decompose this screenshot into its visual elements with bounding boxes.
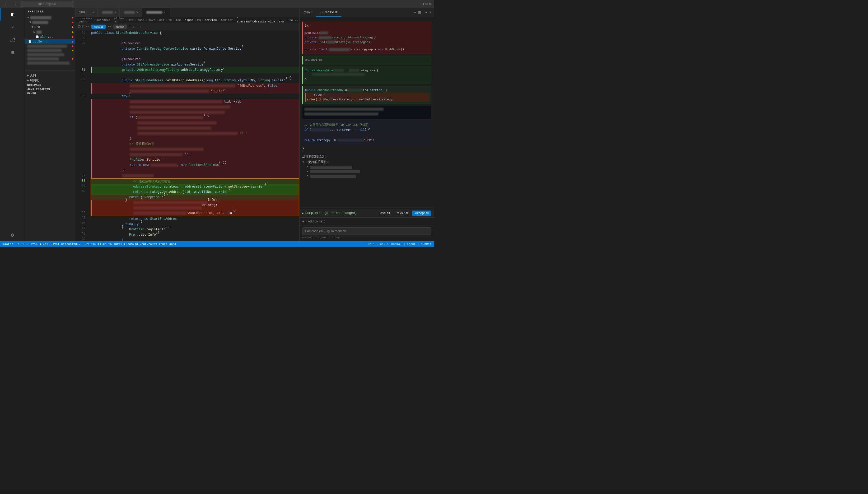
sidebar-explorer-icon[interactable]: ◧ (0, 8, 25, 21)
tree-item-src[interactable]: ▼ src (25, 25, 75, 30)
accept-all-button[interactable]: Accept all (412, 211, 431, 216)
chat-content[interactable]: )); @Autowire private rategy jdAddressSt… (300, 17, 434, 209)
bc-monitor: monitor (220, 19, 233, 22)
diff-nav-arrows: ↑ ↓ ← → (129, 24, 141, 29)
chat-point1: 1. 更好的扩展性: (302, 160, 431, 165)
chat-analysis-title: 这样构架的优点: (302, 154, 431, 159)
nav-forward-button[interactable]: → (11, 1, 19, 7)
tree-item-large1[interactable]: ▶ 大网 (25, 73, 75, 78)
bc-sta: Sta... (288, 19, 298, 22)
code-line-48: } (91, 238, 299, 241)
bc-service: service (205, 19, 217, 22)
sidebar-extensions-icon[interactable]: ⊞ (0, 46, 25, 59)
nav-back-button[interactable]: ← (3, 1, 10, 7)
code-line-29 (91, 36, 299, 41)
tab-1-close[interactable]: × (92, 11, 94, 14)
title-bar-right: ⊟ ⊡ ⊠ (422, 2, 431, 6)
add-context: + Add context (300, 217, 434, 225)
code-line-autowired2: @Autowired (91, 57, 299, 62)
tree-item-java-projects[interactable]: JAVA PROJECTS (25, 87, 75, 91)
chat-new-button[interactable]: + (414, 10, 416, 15)
nav-item-label-large: 大网 (30, 73, 36, 77)
tree-item-b4[interactable] (25, 57, 75, 61)
tree-item-b3[interactable] (25, 53, 75, 57)
tree-item-alpha[interactable]: 📄 alph... (25, 35, 75, 39)
tree-item-root[interactable]: ▼ (25, 15, 75, 20)
chat-code-blurred-1 (302, 106, 431, 119)
code-line-gis: private GISAddressService gisAddressServ… (91, 62, 299, 68)
tab-active-close[interactable]: × (164, 11, 166, 14)
tree-item-notepad[interactable]: NOTEPADS (25, 83, 75, 87)
code-content: 24 29 30 31 32 33 36 (75, 31, 299, 241)
sidebar-git-icon[interactable]: ⎇ (0, 33, 25, 46)
tree-item-service[interactable]: 📄 ...Se... (25, 39, 75, 44)
main-layout: ◧ ⌕ ⎇ ⊞ ⚙ Explorer ▼ ▼ ▼ src ▶ (0, 8, 434, 241)
bc-jd: jd (168, 19, 172, 22)
tab-active[interactable]: × (142, 8, 170, 17)
completed-label[interactable]: Completed (8 files changed) (302, 211, 356, 215)
chat-input[interactable] (302, 227, 431, 235)
diff-accept-shortcut: ⌘⏎ (86, 25, 89, 28)
bc-com: com (159, 19, 165, 22)
warnings-count: ⚠ 175+ (27, 243, 38, 246)
tab-bar: ind... × × × × (75, 8, 299, 17)
save-all-button[interactable]: Save all (377, 211, 392, 216)
tab-3[interactable]: × (120, 8, 142, 17)
chat-split-button[interactable]: ⊟ (418, 10, 421, 15)
chat-panel: CHAT COMPOSER + ⊟ ⋯ × )); @Autowire priv… (299, 8, 434, 241)
sidebar-search-icon[interactable]: ⌕ (0, 21, 25, 33)
tree-item-b2[interactable] (25, 48, 75, 53)
tree-item-schedule[interactable]: ▶ 时间线 (25, 78, 75, 83)
bc-src: src (128, 19, 134, 22)
accept-button[interactable]: Accept (91, 24, 106, 29)
tab-3-close[interactable]: × (136, 11, 138, 14)
tab-1-label: ind... (79, 11, 91, 14)
tree-item-n[interactable]: ▶ (25, 30, 75, 35)
tree-item-a[interactable]: ▼ (25, 20, 75, 25)
arrow-right[interactable]: → (139, 24, 141, 29)
chat-header: CHAT COMPOSER + ⊟ ⋯ × (300, 8, 434, 17)
editor-area: ind... × × × × promise-guard › schedule … (75, 8, 299, 241)
tab-chat[interactable]: CHAT (300, 8, 316, 17)
nav-item-label-java: JAVA PROJECTS (27, 88, 50, 91)
title-bar-left: ← → (3, 1, 73, 7)
code-line-carrier: private CarrierForeignCenterService carr… (91, 46, 299, 52)
search-input[interactable] (21, 1, 73, 7)
code-editor[interactable]: 24 29 30 31 32 33 36 (75, 31, 299, 241)
tree-item-b1[interactable] (25, 44, 75, 48)
tab-2[interactable]: × (98, 8, 120, 17)
add-context-button[interactable]: + Add context (302, 219, 325, 224)
model-label: normal | agent | submit (302, 236, 342, 239)
nav-item-label-notepad: NOTEPADS (27, 83, 41, 87)
bc-ice: ice (176, 19, 181, 22)
sync-icon: ⟳ (17, 243, 20, 246)
diff-reject-shortcut: ⌘⌫ (108, 25, 111, 28)
nav-item-label-maven: MAVEN (27, 92, 36, 95)
tab-1[interactable]: ind... × (75, 8, 98, 17)
tab-2-close[interactable]: × (114, 11, 116, 14)
arrow-up[interactable]: ↑ (129, 24, 131, 29)
chat-input-hint: normal | agent | submit (302, 236, 431, 239)
tab-active-label (146, 11, 162, 14)
chat-code-for: for (AddressStra : rategies) { } (302, 66, 431, 84)
reject-button[interactable]: Reject (113, 24, 127, 29)
completed-bar: Completed (8 files changed) Save all Rej… (300, 209, 434, 217)
arrow-down[interactable]: ↓ (132, 24, 134, 29)
chat-more-button[interactable]: ⋯ (423, 10, 427, 15)
chat-close-button[interactable]: × (429, 10, 431, 15)
bc-alpha-mq: alpha-mq (114, 17, 125, 23)
tree-item-b5[interactable] (25, 61, 75, 65)
tree-item-maven[interactable]: MAVEN (25, 91, 75, 96)
chat-actions: + ⊟ ⋯ × (414, 10, 434, 15)
arrow-left[interactable]: ← (136, 24, 138, 29)
chat-input-area: normal | agent | submit (300, 225, 434, 241)
chat-code-block-1: )); @Autowire private rategy jdAddressSt… (302, 21, 431, 54)
breadcrumb: promise-guard › schedule › alpha-mq › sr… (75, 17, 299, 23)
explorer-header: Explorer (25, 8, 75, 15)
reject-all-button[interactable]: Reject all (393, 211, 411, 216)
git-branch[interactable]: master* (3, 243, 15, 246)
code-line-30: @Autowired (91, 41, 299, 46)
line-numbers: 24 29 30 31 32 33 36 (75, 31, 89, 241)
sidebar-settings-icon[interactable]: ⚙ (0, 228, 25, 241)
tab-composer[interactable]: COMPOSER (316, 8, 341, 17)
